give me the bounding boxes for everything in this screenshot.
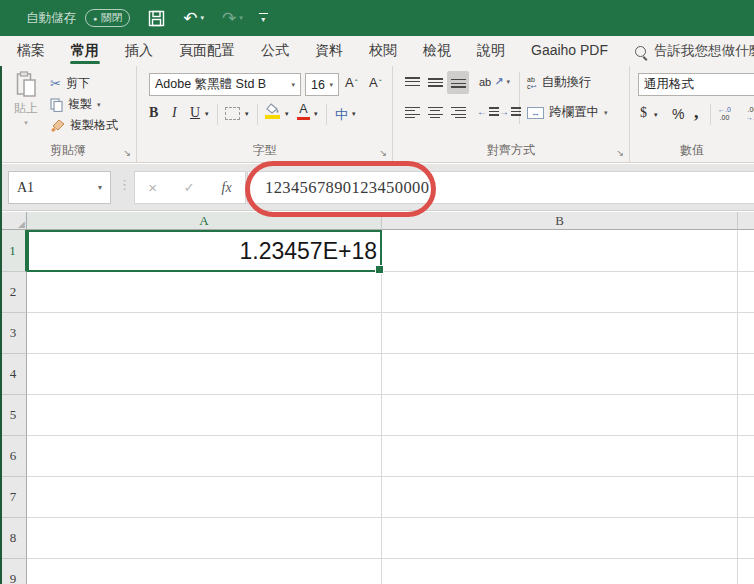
cell-c3[interactable] [738,313,754,354]
alignment-dialog-launcher[interactable]: ↘ [616,149,624,158]
percent-format-button[interactable]: % [672,106,684,122]
cell-a2[interactable] [27,272,382,313]
align-right-button[interactable] [447,101,469,124]
cell-c5[interactable] [738,395,754,436]
borders-button[interactable] [225,107,240,120]
row-header-5[interactable]: 5 [0,395,27,436]
cell-c7[interactable] [738,477,754,518]
cell-b9[interactable] [382,559,738,584]
orientation-button[interactable]: ab ↗ ▾ [479,75,510,88]
insert-function-button[interactable]: fx [222,180,232,196]
tab-page-layout[interactable]: 頁面配置 [166,36,248,66]
cell-a3[interactable] [27,313,382,354]
cell-c8[interactable] [738,518,754,559]
tab-review[interactable]: 校閱 [356,36,410,66]
font-color-caret-icon[interactable]: ▾ [314,110,318,117]
row-header-9[interactable]: 9 [0,559,27,584]
cell-a4[interactable] [27,354,382,395]
copy-caret-icon[interactable]: ▾ [97,101,101,108]
row-header-8[interactable]: 8 [0,518,27,559]
cell-b2[interactable] [382,272,738,313]
undo-caret-icon[interactable]: ▾ [200,14,204,22]
increase-decimal-button[interactable]: ←.0 .00 [718,106,731,121]
formula-input[interactable] [248,172,754,203]
cell-c1[interactable] [738,230,754,272]
paste-caret-icon[interactable]: ▾ [24,119,28,126]
cell-c9[interactable] [738,559,754,584]
underline-caret-icon[interactable]: ▾ [205,110,209,117]
cell-c6[interactable] [738,436,754,477]
font-color-button[interactable]: A [297,103,310,120]
cell-b3[interactable] [382,313,738,354]
font-name-combo[interactable]: Adobe 繁黑體 Std B ▾ [149,73,301,96]
save-button[interactable] [148,10,165,27]
align-top-button[interactable] [401,71,423,94]
number-format-combo[interactable]: 通用格式 [638,73,754,96]
formula-bar-grip-icon[interactable]: ⋮ [118,177,131,192]
font-size-combo[interactable]: 16 ▾ [305,73,339,96]
tab-view[interactable]: 檢視 [410,36,464,66]
cell-c4[interactable] [738,354,754,395]
shrink-font-button[interactable]: Aˇ [369,75,382,90]
decrease-decimal-button[interactable]: .00 →.0 [746,106,754,121]
formula-input-box[interactable] [247,171,754,204]
row-header-3[interactable]: 3 [0,313,27,354]
currency-caret-icon[interactable]: ▾ [654,111,658,118]
cell-b6[interactable] [382,436,738,477]
font-dialog-launcher[interactable]: ↘ [379,149,387,158]
cut-button[interactable]: ✂ 剪下 [50,73,136,94]
column-header-b[interactable]: B [382,212,738,230]
grow-font-button[interactable]: Aˆ [345,75,358,90]
select-all-button[interactable]: ◢ [0,212,27,230]
tell-me-search[interactable]: 告訴我您想做什麼 [635,42,754,60]
cancel-button[interactable]: × [148,179,157,196]
fill-caret-icon[interactable]: ▾ [285,110,289,117]
active-cell-a1[interactable]: 1.23457E+18 [27,230,382,272]
copy-button[interactable]: 複製 ▾ [50,94,136,115]
row-header-7[interactable]: 7 [0,477,27,518]
name-box-caret-icon[interactable]: ▾ [98,184,102,192]
merge-center-button[interactable]: ↔ 跨欄置中 ▾ [527,104,608,121]
fill-color-button[interactable] [265,103,280,119]
row-header-2[interactable]: 2 [0,272,27,313]
row-header-4[interactable]: 4 [0,354,27,395]
tab-data[interactable]: 資料 [302,36,356,66]
italic-button[interactable]: I [172,105,177,121]
column-header-a[interactable]: A [27,212,382,230]
phonetic-caret-icon[interactable]: ▾ [352,110,356,117]
wrap-text-button[interactable]: ab c↩ 自動換行 [527,74,591,91]
cell-a5[interactable] [27,395,382,436]
cell-a9[interactable] [27,559,382,584]
fill-handle[interactable] [375,265,384,274]
tab-help[interactable]: 說明 [464,36,518,66]
underline-button[interactable]: U [190,105,200,121]
cell-b8[interactable] [382,518,738,559]
clipboard-dialog-launcher[interactable]: ↘ [123,149,131,158]
cell-b1[interactable] [382,230,738,272]
cell-a7[interactable] [27,477,382,518]
column-header-c-partial[interactable] [738,212,754,230]
cell-b7[interactable] [382,477,738,518]
tab-home[interactable]: 常用 [58,36,112,66]
bold-button[interactable]: B [149,105,158,121]
align-bottom-button[interactable] [447,71,469,94]
paste-button[interactable]: 貼上 ▾ [6,71,46,135]
tab-file[interactable]: 檔案 [4,36,58,66]
align-center-button[interactable] [424,101,446,124]
undo-button[interactable]: ↶ ▾ [183,10,204,27]
format-painter-button[interactable]: 複製格式 [50,115,136,136]
cell-a8[interactable] [27,518,382,559]
cell-b4[interactable] [382,354,738,395]
align-middle-button[interactable] [424,71,446,94]
enter-button[interactable]: ✓ [184,180,195,195]
cell-a6[interactable] [27,436,382,477]
name-box[interactable]: A1 ▾ [8,171,111,204]
comma-format-button[interactable]: , [694,102,699,123]
tab-gaaiho-pdf[interactable]: Gaaiho PDF [518,36,621,66]
align-left-button[interactable] [401,101,423,124]
increase-indent-button[interactable]: → [499,106,521,117]
tab-formulas[interactable]: 公式 [248,36,302,66]
row-header-1[interactable]: 1 [0,230,27,272]
phonetic-guide-button[interactable]: 中 [335,106,348,124]
cell-c2[interactable] [738,272,754,313]
